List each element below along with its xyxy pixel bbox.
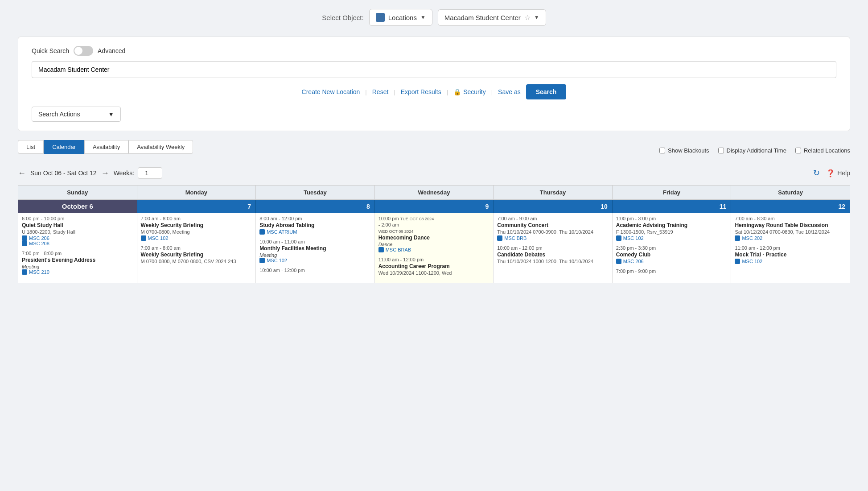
related-locations-label: Related Locations xyxy=(804,147,850,154)
object-type-dropdown[interactable]: Locations ▼ xyxy=(369,9,432,26)
refresh-button[interactable]: ↻ xyxy=(813,168,820,178)
event-accounting-career[interactable]: 11:00 am - 12:00 pm Accounting Career Pr… xyxy=(378,257,490,276)
day-number-monday: 7 xyxy=(137,200,256,213)
security-link[interactable]: 🔒 Security xyxy=(448,88,491,95)
event-location-1: MSC ATRIUM xyxy=(259,229,371,235)
location-icon xyxy=(616,259,621,264)
event-candidate-debates[interactable]: 10:00 am - 12:00 pm Candidate Debates Th… xyxy=(497,245,609,264)
event-detail: M 0700-0800, M 0700-0800, CSV-2024-243 xyxy=(141,259,252,264)
day-number-saturday: 12 xyxy=(731,200,850,213)
display-additional-time-label: Display Additional Time xyxy=(727,147,786,154)
search-input[interactable] xyxy=(32,61,836,78)
search-actions-dropdown[interactable]: Search Actions ▼ xyxy=(32,107,121,122)
event-homecoming-dance[interactable]: 10:00 pm TUE OCT 08 2024 - 2:00 am WED O… xyxy=(378,216,490,252)
event-location-2: MSC 208 xyxy=(22,241,133,246)
show-blackouts-option[interactable]: Show Blackouts xyxy=(659,147,709,154)
event-location-1: MSC 202 xyxy=(735,235,846,241)
wednesday-events: 10:00 pm TUE OCT 08 2024 - 2:00 am WED O… xyxy=(374,213,494,283)
tab-calendar[interactable]: Calendar xyxy=(44,140,84,154)
quick-advanced-toggle[interactable] xyxy=(74,46,93,56)
event-title: Accounting Career Program xyxy=(378,263,490,269)
event-time-2: - 2:00 am xyxy=(378,222,490,227)
event-monthly-facilities[interactable]: 10:00 am - 11:00 am Monthly Facilities M… xyxy=(259,239,371,263)
event-comedy-club[interactable]: 2:30 pm - 3:30 pm Comedy Club MSC 206 xyxy=(616,245,728,264)
day-number-sunday: October 6 xyxy=(18,200,137,213)
save-as-link[interactable]: Save as xyxy=(493,88,526,95)
event-location-1: MSC 210 xyxy=(22,269,133,275)
weeks-control: Weeks: xyxy=(114,167,162,179)
help-button[interactable]: ❓ Help xyxy=(826,169,850,177)
location-icon xyxy=(22,241,27,246)
event-time: 10:00 am - 12:00 pm xyxy=(497,245,609,251)
event-mock-trial[interactable]: 11:00 am - 12:00 pm Mock Trial - Practic… xyxy=(735,245,846,264)
event-friday-extra[interactable]: 7:00 pm - 9:00 pm xyxy=(616,268,728,274)
display-additional-time-option[interactable]: Display Additional Time xyxy=(718,147,786,154)
event-italic: Meeting xyxy=(22,264,133,269)
select-object-label: Select Object: xyxy=(322,14,363,21)
weeks-input[interactable] xyxy=(138,167,162,179)
event-title: Weekly Security Briefing xyxy=(141,222,252,228)
event-study-abroad[interactable]: 8:00 am - 12:00 pm Study Abroad Tabling … xyxy=(259,216,371,235)
event-detail: Thu 10/10/2024 0700-0900, Thu 10/10/2024 xyxy=(497,229,609,235)
advanced-label: Advanced xyxy=(98,47,125,54)
tab-availability[interactable]: Availability xyxy=(84,140,128,154)
event-title: Hemingway Round Table Discussion xyxy=(735,222,846,228)
event-time: 8:00 am - 12:00 pm xyxy=(259,216,371,221)
event-detail: U 1800-2200, Study Hall xyxy=(22,229,133,235)
event-academic-advising[interactable]: 1:00 pm - 3:00 pm Academic Advising Trai… xyxy=(616,216,728,241)
location-icon xyxy=(259,229,265,235)
event-weekly-security-2[interactable]: 7:00 am - 8:00 am Weekly Security Briefi… xyxy=(141,245,252,264)
event-time: 7:00 am - 8:00 am xyxy=(141,216,252,221)
create-new-location-link[interactable]: Create New Location xyxy=(302,88,366,95)
event-time: 7:00 pm - 8:00 pm xyxy=(22,251,133,256)
event-tuesday-extra[interactable]: 10:00 am - 12:00 pm xyxy=(259,268,371,273)
prev-week-button[interactable]: ← xyxy=(18,169,26,178)
event-time: 10:00 pm TUE OCT 08 2024 xyxy=(378,216,490,221)
event-community-concert[interactable]: 7:00 am - 9:00 am Community Concert Thu … xyxy=(497,216,609,241)
chevron-down-icon-3: ▼ xyxy=(108,111,114,118)
location-icon xyxy=(378,247,384,252)
show-blackouts-checkbox[interactable] xyxy=(659,148,665,153)
event-title: Weekly Security Briefing xyxy=(141,252,252,258)
related-locations-option[interactable]: Related Locations xyxy=(795,147,850,154)
related-locations-checkbox[interactable] xyxy=(795,148,801,153)
event-detail: M 0700-0800, Meeting xyxy=(141,229,252,235)
day-header-wednesday: Wednesday xyxy=(374,186,494,200)
event-time: 6:00 pm - 10:00 pm xyxy=(22,216,133,221)
display-additional-time-checkbox[interactable] xyxy=(718,148,724,153)
event-time: 10:00 am - 11:00 am xyxy=(259,239,371,244)
search-button[interactable]: Search xyxy=(526,84,567,99)
event-hemingway[interactable]: 7:00 am - 8:30 am Hemingway Round Table … xyxy=(735,216,846,241)
event-title: Quiet Study Hall xyxy=(22,222,133,228)
show-blackouts-label: Show Blackouts xyxy=(668,147,709,154)
star-icon[interactable]: ☆ xyxy=(524,13,531,22)
tab-list[interactable]: List xyxy=(18,140,44,154)
event-presidents-address[interactable]: 7:00 pm - 8:00 pm President's Evening Ad… xyxy=(22,251,133,275)
date-range: Sun Oct 06 - Sat Oct 12 xyxy=(30,169,97,177)
day-header-saturday: Saturday xyxy=(731,186,850,200)
location-icon xyxy=(735,259,740,264)
object-type-value: Locations xyxy=(388,14,417,21)
event-title: Comedy Club xyxy=(616,252,728,258)
day-header-monday: Monday xyxy=(137,186,256,200)
event-location-1: MSC 102 xyxy=(141,235,252,241)
tab-availability-weekly[interactable]: Availability Weekly xyxy=(128,140,193,154)
event-quiet-study-hall[interactable]: 6:00 pm - 10:00 pm Quiet Study Hall U 18… xyxy=(22,216,133,246)
chevron-down-icon: ▼ xyxy=(420,14,426,21)
location-select-dropdown[interactable]: Macadam Student Center ☆ ▼ xyxy=(438,9,546,26)
event-title: Candidate Debates xyxy=(497,252,609,258)
help-label: Help xyxy=(837,169,850,177)
reset-link[interactable]: Reset xyxy=(367,88,394,95)
quick-search-label: Quick Search xyxy=(32,47,69,54)
day-header-thursday: Thursday xyxy=(494,186,613,200)
export-results-link[interactable]: Export Results xyxy=(395,88,447,95)
event-time: 7:00 am - 8:30 am xyxy=(735,216,846,221)
day-header-sunday: Sunday xyxy=(18,186,137,200)
event-italic: Meeting xyxy=(259,252,371,258)
help-icon: ❓ xyxy=(826,169,835,177)
event-location-1: MSC 206 xyxy=(616,259,728,264)
next-week-button[interactable]: → xyxy=(101,169,109,178)
event-italic: Dance xyxy=(378,242,490,247)
event-time-3: WED OCT 09 2024 xyxy=(378,228,490,234)
event-weekly-security-1[interactable]: 7:00 am - 8:00 am Weekly Security Briefi… xyxy=(141,216,252,241)
